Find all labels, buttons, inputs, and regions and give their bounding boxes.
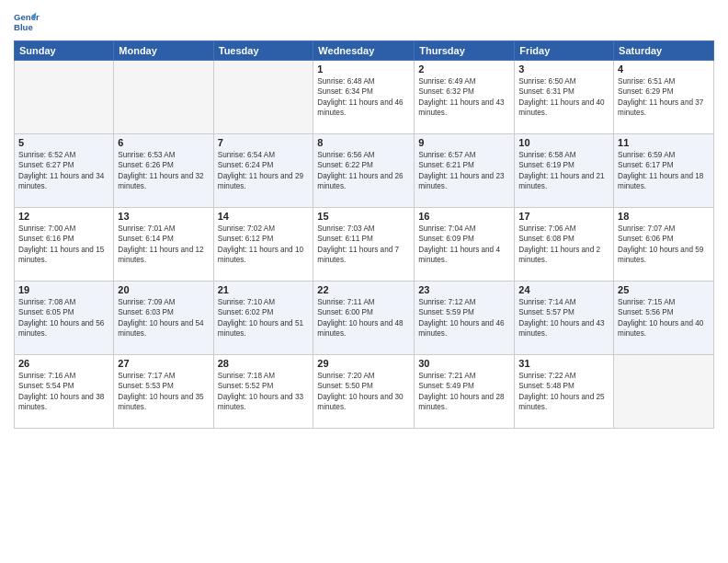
day-number: 18: [618, 211, 710, 222]
weekday-tuesday: Tuesday: [213, 41, 313, 61]
calendar-cell: 24Sunrise: 7:14 AM Sunset: 5:57 PM Dayli…: [515, 282, 614, 355]
weekday-sunday: Sunday: [15, 41, 114, 61]
calendar-cell: 8Sunrise: 6:56 AM Sunset: 6:22 PM Daylig…: [313, 134, 415, 208]
calendar-cell: 3Sunrise: 6:50 AM Sunset: 6:31 PM Daylig…: [515, 61, 614, 134]
calendar-cell: 25Sunrise: 7:15 AM Sunset: 5:56 PM Dayli…: [614, 282, 714, 355]
day-number: 8: [317, 137, 410, 148]
logo-icon: General Blue: [14, 9, 40, 35]
day-info: Sunrise: 7:07 AM Sunset: 6:06 PM Dayligh…: [618, 224, 710, 266]
day-number: 26: [18, 358, 109, 369]
calendar-cell: 10Sunrise: 6:58 AM Sunset: 6:19 PM Dayli…: [515, 134, 614, 208]
day-info: Sunrise: 7:20 AM Sunset: 5:50 PM Dayligh…: [317, 371, 410, 413]
calendar-cell: 26Sunrise: 7:16 AM Sunset: 5:54 PM Dayli…: [15, 355, 114, 429]
calendar-cell: 13Sunrise: 7:01 AM Sunset: 6:14 PM Dayli…: [114, 208, 213, 282]
header: General Blue: [14, 9, 714, 35]
calendar-cell: 15Sunrise: 7:03 AM Sunset: 6:11 PM Dayli…: [313, 208, 415, 282]
day-info: Sunrise: 7:08 AM Sunset: 6:05 PM Dayligh…: [18, 297, 109, 339]
calendar-cell: 14Sunrise: 7:02 AM Sunset: 6:12 PM Dayli…: [213, 208, 313, 282]
day-number: 24: [518, 284, 609, 295]
calendar-cell: 1Sunrise: 6:48 AM Sunset: 6:34 PM Daylig…: [313, 61, 415, 134]
page: General Blue SundayMondayTuesdayWednesda…: [0, 0, 728, 563]
calendar-cell: 18Sunrise: 7:07 AM Sunset: 6:06 PM Dayli…: [614, 208, 714, 282]
week-row-2: 5Sunrise: 6:52 AM Sunset: 6:27 PM Daylig…: [15, 134, 714, 208]
calendar-cell: 4Sunrise: 6:51 AM Sunset: 6:29 PM Daylig…: [614, 61, 714, 134]
day-info: Sunrise: 7:09 AM Sunset: 6:03 PM Dayligh…: [118, 297, 209, 339]
day-info: Sunrise: 7:10 AM Sunset: 6:02 PM Dayligh…: [218, 297, 310, 339]
day-number: 7: [218, 137, 310, 148]
day-number: 20: [118, 284, 209, 295]
calendar-cell: 12Sunrise: 7:00 AM Sunset: 6:16 PM Dayli…: [15, 208, 114, 282]
calendar-cell: [15, 61, 114, 134]
day-info: Sunrise: 7:00 AM Sunset: 6:16 PM Dayligh…: [18, 224, 109, 266]
day-info: Sunrise: 7:22 AM Sunset: 5:48 PM Dayligh…: [518, 371, 609, 413]
day-number: 10: [518, 137, 609, 148]
day-info: Sunrise: 6:52 AM Sunset: 6:27 PM Dayligh…: [18, 150, 109, 192]
calendar-cell: [213, 61, 313, 134]
calendar-cell: 21Sunrise: 7:10 AM Sunset: 6:02 PM Dayli…: [213, 282, 313, 355]
weekday-monday: Monday: [114, 41, 213, 61]
day-number: 9: [418, 137, 510, 148]
day-number: 30: [418, 358, 510, 369]
day-info: Sunrise: 6:56 AM Sunset: 6:22 PM Dayligh…: [317, 150, 410, 192]
calendar-cell: [114, 61, 213, 134]
svg-text:Blue: Blue: [14, 22, 33, 32]
day-number: 5: [18, 137, 109, 148]
day-info: Sunrise: 6:48 AM Sunset: 6:34 PM Dayligh…: [317, 76, 410, 119]
day-info: Sunrise: 6:49 AM Sunset: 6:32 PM Dayligh…: [418, 76, 510, 119]
day-info: Sunrise: 7:06 AM Sunset: 6:08 PM Dayligh…: [518, 224, 609, 266]
day-number: 6: [118, 137, 209, 148]
day-number: 2: [418, 63, 510, 75]
calendar-cell: 28Sunrise: 7:18 AM Sunset: 5:52 PM Dayli…: [213, 355, 313, 429]
week-row-4: 19Sunrise: 7:08 AM Sunset: 6:05 PM Dayli…: [15, 282, 714, 355]
weekday-wednesday: Wednesday: [313, 41, 415, 61]
weekday-saturday: Saturday: [614, 41, 714, 61]
day-info: Sunrise: 7:15 AM Sunset: 5:56 PM Dayligh…: [618, 297, 710, 339]
day-number: 16: [418, 211, 510, 222]
calendar-cell: 11Sunrise: 6:59 AM Sunset: 6:17 PM Dayli…: [614, 134, 714, 208]
day-number: 27: [118, 358, 209, 369]
weekday-thursday: Thursday: [415, 41, 515, 61]
day-number: 29: [317, 358, 410, 369]
day-number: 12: [18, 211, 109, 222]
calendar-cell: 2Sunrise: 6:49 AM Sunset: 6:32 PM Daylig…: [415, 61, 515, 134]
day-number: 13: [118, 211, 209, 222]
day-info: Sunrise: 7:11 AM Sunset: 6:00 PM Dayligh…: [317, 297, 410, 339]
day-number: 28: [218, 358, 310, 369]
day-number: 19: [18, 284, 109, 295]
day-number: 15: [317, 211, 410, 222]
day-info: Sunrise: 7:14 AM Sunset: 5:57 PM Dayligh…: [518, 297, 609, 339]
day-info: Sunrise: 6:53 AM Sunset: 6:26 PM Dayligh…: [118, 150, 209, 192]
day-info: Sunrise: 6:57 AM Sunset: 6:21 PM Dayligh…: [418, 150, 510, 192]
day-info: Sunrise: 7:04 AM Sunset: 6:09 PM Dayligh…: [418, 224, 510, 266]
calendar-cell: 23Sunrise: 7:12 AM Sunset: 5:59 PM Dayli…: [415, 282, 515, 355]
day-number: 3: [518, 63, 609, 75]
day-info: Sunrise: 6:59 AM Sunset: 6:17 PM Dayligh…: [618, 150, 710, 192]
day-info: Sunrise: 7:01 AM Sunset: 6:14 PM Dayligh…: [118, 224, 209, 266]
day-info: Sunrise: 6:54 AM Sunset: 6:24 PM Dayligh…: [218, 150, 310, 192]
calendar-cell: 16Sunrise: 7:04 AM Sunset: 6:09 PM Dayli…: [415, 208, 515, 282]
week-row-5: 26Sunrise: 7:16 AM Sunset: 5:54 PM Dayli…: [15, 355, 714, 429]
calendar-cell: [614, 355, 714, 429]
day-number: 25: [618, 284, 710, 295]
day-info: Sunrise: 7:16 AM Sunset: 5:54 PM Dayligh…: [18, 371, 109, 413]
day-info: Sunrise: 7:03 AM Sunset: 6:11 PM Dayligh…: [317, 224, 410, 266]
day-number: 31: [518, 358, 609, 369]
day-info: Sunrise: 6:58 AM Sunset: 6:19 PM Dayligh…: [518, 150, 609, 192]
day-number: 11: [618, 137, 710, 148]
day-info: Sunrise: 7:12 AM Sunset: 5:59 PM Dayligh…: [418, 297, 510, 339]
day-number: 4: [618, 63, 710, 75]
weekday-header-row: SundayMondayTuesdayWednesdayThursdayFrid…: [15, 41, 714, 61]
day-info: Sunrise: 7:17 AM Sunset: 5:53 PM Dayligh…: [118, 371, 209, 413]
day-number: 22: [317, 284, 410, 295]
logo: General Blue: [14, 9, 40, 35]
week-row-3: 12Sunrise: 7:00 AM Sunset: 6:16 PM Dayli…: [15, 208, 714, 282]
day-number: 1: [317, 63, 410, 75]
weekday-friday: Friday: [515, 41, 614, 61]
calendar-cell: 31Sunrise: 7:22 AM Sunset: 5:48 PM Dayli…: [515, 355, 614, 429]
calendar-cell: 7Sunrise: 6:54 AM Sunset: 6:24 PM Daylig…: [213, 134, 313, 208]
calendar-table: SundayMondayTuesdayWednesdayThursdayFrid…: [14, 40, 714, 429]
calendar-cell: 27Sunrise: 7:17 AM Sunset: 5:53 PM Dayli…: [114, 355, 213, 429]
calendar-cell: 6Sunrise: 6:53 AM Sunset: 6:26 PM Daylig…: [114, 134, 213, 208]
day-info: Sunrise: 6:50 AM Sunset: 6:31 PM Dayligh…: [518, 76, 609, 119]
day-info: Sunrise: 7:02 AM Sunset: 6:12 PM Dayligh…: [218, 224, 310, 266]
